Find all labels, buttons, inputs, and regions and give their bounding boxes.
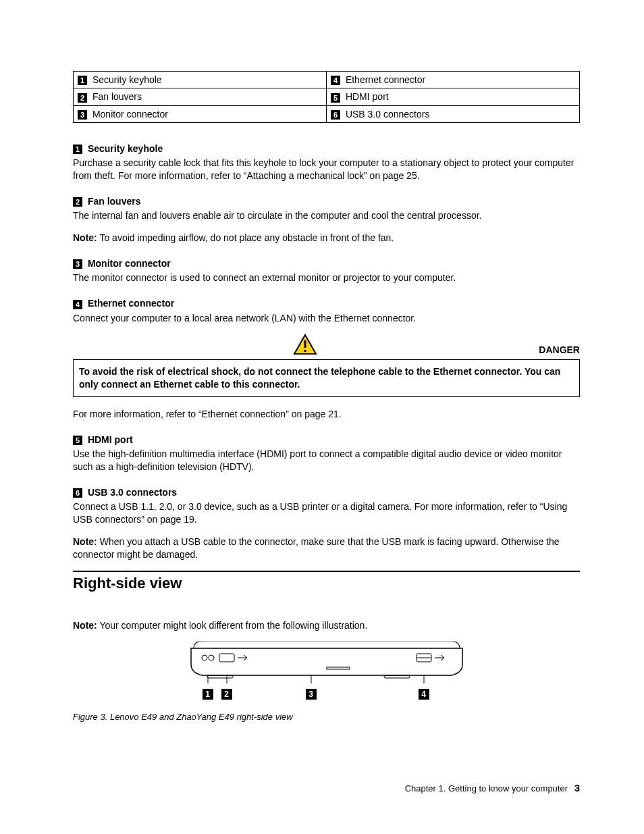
callout-number: 6 [331,110,340,120]
body-text: Use the high-definition multimedia inter… [73,448,580,473]
callout-number: 4 [331,76,340,85]
callout-number: 3 [78,110,87,120]
danger-text: To avoid the risk of electrical shock, d… [79,366,560,390]
body-text: The monitor connector is used to connect… [73,271,580,284]
section-heading-security-keyhole: 1 Security keyhole [73,143,580,154]
callout-number: 1 [78,76,87,85]
heading-text: Ethernet connector [88,298,174,309]
note-paragraph: Note: When you attach a USB cable to the… [73,536,580,561]
note-paragraph: Note: Your computer might look different… [73,619,580,632]
heading-text: USB 3.0 connectors [88,487,177,498]
laptop-side-illustration [188,642,465,689]
danger-label: DANGER [539,344,580,355]
legend-label: Security keyhole [92,74,162,85]
heading-text: HDMI port [88,434,133,445]
footer-text: Chapter 1. Getting to know your computer [405,783,568,793]
page-number: 3 [574,782,580,793]
callout-number: 5 [331,93,340,103]
callout-number: 6 [73,488,82,498]
section-heading-hdmi-port: 5 HDMI port [73,434,580,445]
note-text: Your computer might look different from … [97,620,368,631]
legend-label: Monitor connector [92,109,168,120]
right-side-view-figure: 1 2 3 4 [73,642,580,701]
callout-number: 2 [73,197,82,207]
legend-cell: 2 Fan louvers [74,88,327,105]
horizontal-rule [73,571,580,572]
section-heading-usb-connectors: 6 USB 3.0 connectors [73,487,580,498]
callout-number: 2 [221,689,232,700]
legend-cell: 3 Monitor connector [74,105,327,122]
body-text: For more information, refer to “Ethernet… [73,408,580,421]
danger-box: To avoid the risk of electrical shock, d… [73,359,580,397]
legend-cell: 6 USB 3.0 connectors [327,105,580,122]
callout-number: 1 [203,689,213,700]
body-text: The internal fan and louvers enable air … [73,209,580,222]
svg-rect-1 [304,340,306,348]
callout-number: 3 [306,689,317,700]
callout-number: 4 [73,300,82,309]
section-heading-fan-louvers: 2 Fan louvers [73,196,580,207]
svg-rect-2 [304,350,306,352]
body-text: Connect a USB 1.1, 2.0, or 3.0 device, s… [73,500,580,526]
section-heading-monitor-connector: 3 Monitor connector [73,258,580,269]
body-text: Purchase a security cable lock that fits… [73,157,580,182]
legend-cell: 4 Ethernet connector [327,72,580,88]
legend-label: Fan louvers [92,91,142,102]
note-text: To avoid impeding airflow, do not place … [97,232,394,243]
callout-number: 2 [78,93,87,103]
legend-label: Ethernet connector [346,74,425,85]
page-footer: Chapter 1. Getting to know your computer… [405,782,580,793]
section-heading-ethernet-connector: 4 Ethernet connector [73,298,580,309]
callout-number: 1 [73,145,82,154]
note-paragraph: Note: To avoid impeding airflow, do not … [73,232,580,244]
warning-triangle-icon [293,334,317,355]
note-label: Note: [73,620,97,631]
right-side-view-heading: Right-side view [73,575,580,592]
note-label: Note: [73,232,97,243]
legend-cell: 5 HDMI port [327,88,580,105]
callout-number: 4 [419,689,429,700]
heading-text: Security keyhole [88,143,163,154]
callout-number: 5 [73,436,82,445]
figure-caption: Figure 3. Lenovo E49 and ZhaoYang E49 ri… [73,712,580,722]
heading-text: Fan louvers [88,196,141,207]
body-text: Connect your computer to a local area ne… [73,312,580,325]
note-text: When you attach a USB cable to the conne… [73,536,560,560]
legend-table: 1 Security keyhole 4 Ethernet connector … [73,71,580,123]
heading-text: Monitor connector [88,258,171,269]
note-label: Note: [73,536,97,547]
document-page: 1 Security keyhole 4 Ethernet connector … [0,0,644,834]
legend-label: HDMI port [346,91,389,102]
legend-cell: 1 Security keyhole [74,72,327,88]
danger-heading: DANGER [73,334,580,355]
legend-label: USB 3.0 connectors [346,109,430,120]
callout-number: 3 [73,259,82,269]
